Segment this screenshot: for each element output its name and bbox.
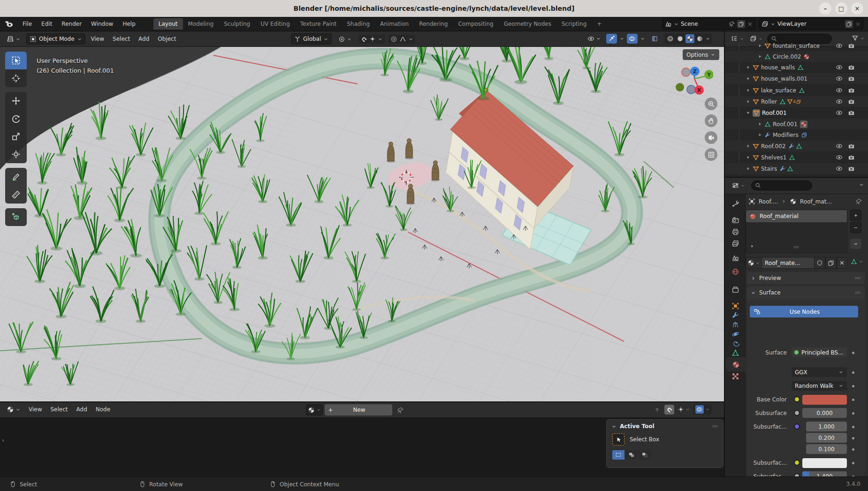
- hide-viewport-toggle[interactable]: [836, 98, 843, 105]
- snap-target-dropdown[interactable]: [677, 405, 691, 414]
- add-cube-tool-button[interactable]: [5, 208, 27, 226]
- shader-editor[interactable]: ViewSelectAddNodeNew › Active ToolSelect…: [0, 401, 724, 476]
- expand-icon[interactable]: [746, 166, 751, 171]
- value-slider[interactable]: 0.200: [806, 433, 847, 443]
- select-mode-new-button[interactable]: [612, 450, 624, 460]
- cursor-tool-button[interactable]: [5, 69, 27, 87]
- object-name[interactable]: house_walls.001: [761, 76, 810, 82]
- expand-icon[interactable]: [746, 99, 751, 104]
- options-dropdown-icon[interactable]: [859, 182, 864, 188]
- shading-wireframe-button[interactable]: [666, 34, 675, 43]
- expand-icon[interactable]: [757, 43, 762, 48]
- expand-icon[interactable]: [746, 65, 751, 70]
- workspace-tab-uv-editing[interactable]: UV Editing: [255, 18, 295, 30]
- object-name[interactable]: Shelves1: [761, 154, 789, 161]
- add-slot-button[interactable]: [850, 210, 861, 221]
- disable-render-toggle[interactable]: [848, 64, 855, 71]
- pin-icon[interactable]: [397, 407, 404, 414]
- outliner-row-roof-001[interactable]: Roof.001: [725, 119, 868, 129]
- workspace-tab-compositing[interactable]: Compositing: [453, 18, 498, 30]
- vp-menu-object[interactable]: Object: [155, 34, 179, 44]
- chevron-down-icon[interactable]: [674, 22, 679, 27]
- drag-grip-icon[interactable]: [854, 289, 861, 296]
- expand-icon[interactable]: [750, 244, 754, 249]
- dropdown-ggx[interactable]: GGX: [792, 367, 847, 377]
- outliner[interactable]: fountain_surfaceCircle.002house_wallshou…: [725, 31, 868, 177]
- snap-toggle[interactable]: [664, 405, 674, 415]
- chevron-down-icon[interactable]: [619, 36, 624, 41]
- drag-grip-icon[interactable]: [712, 423, 718, 430]
- menu-help[interactable]: Help: [118, 19, 140, 29]
- object-name[interactable]: fountain_surface: [773, 43, 822, 49]
- pin-icon[interactable]: [729, 21, 735, 27]
- properties-editor[interactable]: Roof....Roof_mat...Roof_materialRoof_mat…: [725, 177, 868, 476]
- pan-button[interactable]: [705, 114, 717, 127]
- menu-file[interactable]: File: [18, 19, 37, 29]
- outliner-row-house_walls-001[interactable]: house_walls.001: [725, 73, 868, 84]
- node-socket-icon[interactable]: [794, 423, 800, 430]
- chevron-down-icon[interactable]: [705, 407, 710, 412]
- options-dropdown[interactable]: Options: [683, 49, 719, 60]
- hide-viewport-toggle[interactable]: [836, 43, 843, 49]
- add-workspace-button[interactable]: +: [592, 18, 607, 30]
- chevron-down-icon[interactable]: [408, 37, 413, 42]
- select-box-tool-button[interactable]: [5, 52, 27, 69]
- workspace-tab-layout[interactable]: Layout: [153, 18, 183, 30]
- shader-menu-view[interactable]: View: [25, 404, 45, 415]
- animate-dot[interactable]: [852, 371, 854, 374]
- disable-render-toggle[interactable]: [848, 154, 855, 161]
- animate-dot[interactable]: [852, 426, 854, 428]
- workspace-tab-animation[interactable]: Animation: [375, 18, 414, 30]
- shader-menu-node[interactable]: Node: [92, 404, 114, 415]
- ortho-toggle-button[interactable]: [705, 148, 717, 161]
- value-slider[interactable]: 0.000: [802, 408, 847, 418]
- rotate-tool-button[interactable]: [5, 110, 27, 128]
- animate-dot[interactable]: [852, 462, 854, 464]
- outliner-row-stairs[interactable]: Stairs: [725, 163, 868, 174]
- object-name[interactable]: Circle.002: [773, 53, 803, 60]
- visibility-dropdown[interactable]: [585, 34, 604, 44]
- expand-icon[interactable]: [746, 144, 751, 149]
- expand-icon[interactable]: [746, 88, 751, 93]
- use-nodes-button[interactable]: Use Nodes: [750, 306, 858, 317]
- vp-menu-view[interactable]: View: [88, 34, 107, 44]
- object-name[interactable]: Modifiers: [773, 132, 801, 138]
- hide-viewport-toggle[interactable]: [836, 154, 843, 161]
- outliner-row-roof-002[interactable]: Roof.002: [725, 141, 868, 151]
- node-socket-icon[interactable]: [794, 410, 800, 416]
- workspace-tab-sculpting[interactable]: Sculpting: [219, 18, 255, 30]
- drag-grip-icon[interactable]: [854, 275, 861, 281]
- display-mode-dropdown[interactable]: [730, 34, 746, 43]
- object-name[interactable]: Roof.001: [762, 110, 789, 116]
- object-name[interactable]: Stairs: [761, 166, 779, 172]
- shading-material-button[interactable]: [685, 34, 694, 43]
- value-slider[interactable]: 0.100: [806, 444, 847, 454]
- pin-icon[interactable]: [855, 198, 862, 205]
- object-name[interactable]: Roof.001: [773, 121, 800, 128]
- chevron-down-icon[interactable]: [705, 36, 710, 41]
- scene-selector[interactable]: Scene: [662, 18, 755, 30]
- browse-material-button[interactable]: [746, 257, 762, 269]
- dropdown-random-walk[interactable]: Random Walk: [792, 381, 847, 391]
- orientation-dropdown[interactable]: Global: [291, 33, 332, 45]
- chevron-down-icon[interactable]: [770, 22, 776, 27]
- pivot-dropdown[interactable]: [335, 34, 355, 44]
- snap-target-icon[interactable]: [369, 36, 376, 42]
- new-material-button[interactable]: New: [325, 404, 392, 415]
- hide-viewport-toggle[interactable]: [836, 109, 843, 116]
- blender-logo-icon[interactable]: [5, 19, 14, 29]
- material-slot-list[interactable]: Roof_material: [746, 210, 847, 253]
- parent-node-icon[interactable]: [652, 405, 662, 415]
- workspace-tab-rendering[interactable]: Rendering: [414, 18, 453, 30]
- browse-material-button[interactable]: [306, 404, 323, 415]
- color-swatch[interactable]: [802, 458, 847, 468]
- select-box-tool-icon[interactable]: [612, 433, 624, 446]
- scene-name[interactable]: Scene: [681, 21, 727, 27]
- hide-viewport-toggle[interactable]: [836, 143, 843, 150]
- menu-edit[interactable]: Edit: [37, 19, 57, 29]
- camera-view-button[interactable]: [705, 131, 717, 144]
- disable-render-toggle[interactable]: [848, 98, 855, 105]
- expand-icon[interactable]: [757, 54, 762, 59]
- workspace-tab-scripting[interactable]: Scripting: [556, 18, 592, 30]
- filter-restriction-dropdown[interactable]: [748, 34, 764, 43]
